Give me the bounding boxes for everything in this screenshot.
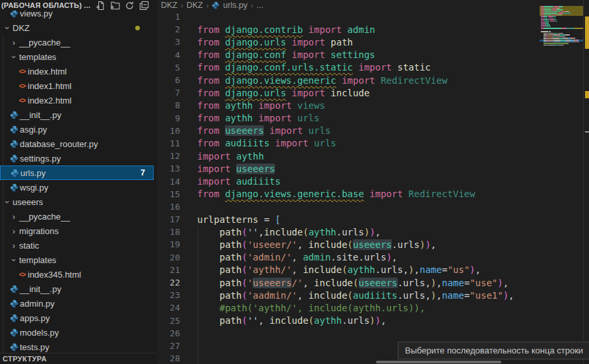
code-line[interactable]: 24 #path('aythh/', include(aythh.urls)), bbox=[157, 301, 540, 314]
tree-item-__init__.py[interactable]: __init__.py bbox=[0, 107, 157, 122]
code-line[interactable]: 7from django.urls import include bbox=[157, 86, 540, 99]
tree-item-migrations[interactable]: ›migrations bbox=[0, 224, 157, 238]
tree-item-tests.py[interactable]: tests.py bbox=[0, 340, 157, 354]
tree-item-__init__.py[interactable]: __init__.py bbox=[0, 282, 157, 296]
python-icon bbox=[10, 140, 18, 148]
python-icon bbox=[212, 1, 220, 9]
tree-item-apps.py[interactable]: apps.py bbox=[0, 311, 157, 325]
code-line[interactable]: 2from django.contrib import admin bbox=[157, 23, 540, 36]
code-line[interactable]: 13import useeers bbox=[157, 162, 540, 175]
code-line[interactable]: 14import audiiits bbox=[157, 175, 540, 187]
line-number: 17 bbox=[157, 214, 180, 224]
minimap[interactable] bbox=[540, 0, 583, 364]
code-line[interactable]: 16 bbox=[157, 200, 540, 213]
code-line[interactable]: 15from django.views.generic.base import … bbox=[157, 188, 540, 200]
line-number: 9 bbox=[157, 113, 180, 123]
minimap-line-mark bbox=[544, 11, 559, 13]
code-line[interactable]: 4from django.conf import settings bbox=[157, 49, 540, 61]
tree-item-__pycache__[interactable]: ›__pycache__ bbox=[0, 35, 157, 49]
minimap-line-mark bbox=[557, 9, 562, 11]
tree-item-index.html[interactable]: <>index.html bbox=[0, 64, 157, 78]
tree-item-label: urls.py bbox=[20, 168, 46, 178]
code-line[interactable]: 5from django.conf.urls.static import sta… bbox=[157, 61, 540, 74]
html-file-icon: <> bbox=[19, 68, 26, 75]
line-number: 12 bbox=[157, 151, 180, 161]
workspace-title: (РАБОЧАЯ ОБЛАСТЬ) ... bbox=[0, 1, 90, 9]
line-number: 25 bbox=[157, 316, 180, 326]
collapse-all-icon[interactable] bbox=[139, 1, 149, 11]
python-icon bbox=[10, 285, 18, 293]
horizontal-scrollbar-thumb[interactable] bbox=[376, 361, 501, 363]
python-icon bbox=[10, 111, 18, 119]
tree-item-templates[interactable]: ›templates bbox=[0, 253, 157, 267]
tree-item-label: migrations bbox=[19, 226, 59, 236]
tree-item-templates[interactable]: ›templates bbox=[0, 49, 157, 64]
tree-item-__pycache__[interactable]: ›__pycache__ bbox=[0, 209, 157, 224]
python-icon bbox=[10, 299, 18, 308]
code-line[interactable]: 19 path('useeer/', include(useeers.urls)… bbox=[157, 238, 540, 251]
minimap-line-mark bbox=[561, 40, 565, 41]
folder-chevron-icon: › bbox=[9, 226, 19, 236]
python-icon bbox=[10, 328, 18, 337]
refresh-icon[interactable] bbox=[125, 1, 135, 11]
code-line[interactable]: 21 path('aythh/', include(aythh.urls,),n… bbox=[157, 264, 540, 276]
breadcrumb-item[interactable]: DKZ bbox=[161, 1, 177, 10]
new-folder-icon[interactable] bbox=[110, 1, 120, 11]
minimap-line-mark bbox=[559, 13, 563, 14]
tree-item-models.py[interactable]: models.py bbox=[0, 325, 157, 340]
breadcrumb-item[interactable]: ... bbox=[257, 1, 263, 10]
line-number: 8 bbox=[157, 100, 180, 110]
folder-chevron-icon: › bbox=[9, 38, 19, 47]
code-line[interactable]: 22 path('useeers/', include(useeers.urls… bbox=[157, 276, 540, 289]
code-line[interactable]: 25 path('', include(aythh.urls)), bbox=[157, 315, 540, 327]
code-line[interactable]: 6from django.views.generic import Redire… bbox=[157, 74, 540, 86]
tree-item-index2.html[interactable]: <>index2.html bbox=[0, 93, 157, 107]
tree-item-label: asgi.py bbox=[20, 125, 47, 135]
tree-item-index1.html[interactable]: <>index1.html bbox=[0, 78, 157, 93]
code-line[interactable]: 9from aythh import urls bbox=[157, 112, 540, 125]
tree-item-useeers[interactable]: ›useeers bbox=[0, 195, 157, 209]
line-number: 3 bbox=[157, 37, 180, 47]
tree-item-settings.py[interactable]: settings.py bbox=[0, 151, 157, 166]
minimap-line-mark bbox=[544, 9, 551, 11]
code-line[interactable]: 3from django.urls import path bbox=[157, 36, 540, 48]
tree-item-index345.html[interactable]: <>index345.html bbox=[0, 267, 157, 282]
breadcrumb-item[interactable]: DKZ bbox=[187, 1, 203, 10]
code-line[interactable]: 17urlpatterns = [ bbox=[157, 213, 540, 226]
line-number: 19 bbox=[157, 239, 180, 249]
minimap-line-mark bbox=[547, 36, 552, 38]
explorer-section-header[interactable]: (РАБОЧАЯ ОБЛАСТЬ) ... bbox=[0, 0, 157, 11]
tree-item-wsgi.py[interactable]: wsgi.py bbox=[0, 180, 157, 195]
minimap-line-mark bbox=[544, 8, 551, 9]
code-line[interactable]: 1 bbox=[157, 11, 540, 23]
line-number: 24 bbox=[157, 303, 180, 313]
ruler-mark bbox=[585, 131, 589, 133]
minimap-line-mark bbox=[543, 43, 569, 44]
code-line[interactable]: 11from audiiits import urls bbox=[157, 137, 540, 150]
tree-item-DKZ[interactable]: ›DKZ bbox=[0, 20, 157, 35]
tree-item-urls.py[interactable]: urls.py7 bbox=[0, 166, 154, 180]
code-line[interactable]: 26 bbox=[157, 327, 540, 340]
breadcrumb-item[interactable]: urls.py bbox=[223, 1, 247, 10]
code-area[interactable]: 12from django.contrib import admin3from … bbox=[157, 11, 540, 364]
tree-item-database_roouter.py[interactable]: database_roouter.py bbox=[0, 136, 157, 151]
line-number: 18 bbox=[157, 227, 180, 237]
new-file-icon[interactable] bbox=[96, 1, 106, 11]
overview-ruler[interactable] bbox=[583, 0, 589, 364]
line-number: 4 bbox=[157, 50, 180, 60]
code-line[interactable]: 20 path('admin/', admin.site.urls), bbox=[157, 251, 540, 264]
tree-item-static[interactable]: ›static bbox=[0, 238, 157, 253]
breadcrumb: DKZ›DKZ› urls.py›... bbox=[157, 0, 263, 11]
code-line[interactable]: 12import aythh bbox=[157, 150, 540, 162]
minimap-line-mark bbox=[544, 28, 561, 29]
code-line[interactable]: 10from useeers import urls bbox=[157, 125, 540, 137]
outline-section-header[interactable]: СТРУКТУРА bbox=[0, 353, 157, 364]
code-line[interactable]: 8from aythh import views bbox=[157, 99, 540, 111]
minimap-line-mark bbox=[578, 42, 579, 43]
code-line[interactable]: 18 path('',include(aythh.urls)), bbox=[157, 226, 540, 238]
tree-item-label: models.py bbox=[20, 328, 59, 338]
tree-item-asgi.py[interactable]: asgi.py bbox=[0, 122, 157, 136]
tree-item-admin.py[interactable]: admin.py bbox=[0, 296, 157, 311]
tree-item-label: apps.py bbox=[20, 313, 50, 323]
code-line[interactable]: 23 path('aadmin/', include(audiiits.urls… bbox=[157, 289, 540, 301]
